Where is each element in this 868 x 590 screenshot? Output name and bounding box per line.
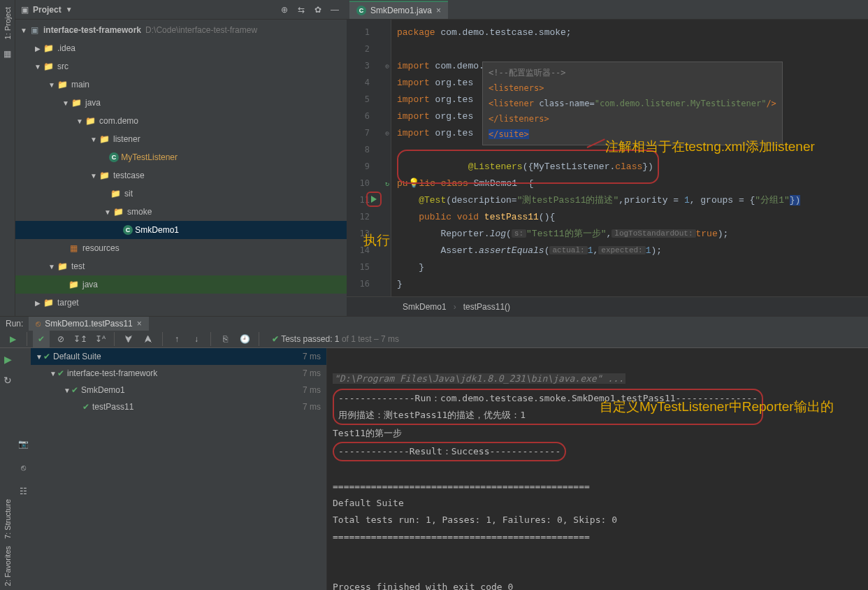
run-tree-test[interactable]: ✔testPass117 ms: [31, 398, 326, 415]
sort-icon[interactable]: ↧↥: [72, 331, 89, 347]
tree-testcase[interactable]: ▼📁testcase: [15, 166, 347, 185]
tree-root-path: D:\Code\interface-test-framew: [145, 25, 257, 35]
tests-passed-label: ✔ Tests passed: 1 of 1 test – 7 ms: [272, 334, 399, 344]
rerun-icon[interactable]: ▶: [4, 331, 21, 347]
minimize-icon[interactable]: —: [328, 5, 341, 15]
tree-root[interactable]: ▼▣ interface-test-framework D:\Code\inte…: [15, 21, 347, 39]
tree-idea[interactable]: ▶📁.idea: [15, 39, 347, 57]
tree-sit[interactable]: 📁sit: [15, 185, 347, 203]
annotation-run: 执行: [363, 232, 390, 250]
class-icon: C: [123, 225, 133, 235]
tree-smkdemo1[interactable]: C SmkDemo1: [15, 221, 347, 239]
run-gutter-icon[interactable]: [366, 192, 382, 207]
locate-icon[interactable]: ⊕: [278, 5, 291, 15]
pass-toggle-icon[interactable]: ✔: [33, 331, 50, 347]
run-header: Run: ⎋ SmkDemo1.testPass11 ×: [0, 317, 868, 331]
annotation-listeners: 注解相当于在testng.xml添加listener: [605, 138, 836, 156]
editor-tabs: C SmkDemo1.java ×: [347, 0, 868, 20]
code-pane[interactable]: package com.demo.testcase.smoke; import …: [391, 20, 868, 296]
class-icon: C: [356, 6, 366, 15]
run-tree: ▼✔Default Suite7 ms ▼✔interface-test-fra…: [31, 348, 327, 590]
expand-icon[interactable]: ⇆: [295, 5, 308, 15]
tab-label: SmkDemo1.java: [370, 6, 432, 15]
tree-smoke[interactable]: ▼📁smoke: [15, 203, 347, 221]
prev-fail-icon[interactable]: ↑: [168, 331, 185, 347]
tree-main[interactable]: ▼📁main: [15, 75, 347, 94]
expand-all-icon[interactable]: ⮟: [120, 331, 137, 347]
structure-tool-label[interactable]: 7: Structure: [3, 499, 12, 539]
run-tree-project[interactable]: ▼✔interface-test-framework7 ms: [31, 365, 326, 382]
tree-test-java[interactable]: 📁java: [15, 275, 347, 294]
tree-pkg[interactable]: ▼📁com.demo: [15, 112, 347, 130]
breadcrumb: SmkDemo1 › testPass11(): [347, 296, 868, 316]
tree-listener[interactable]: ▼📁listener: [15, 130, 347, 148]
left-bottom-rail: 7: Structure 2: Favorites: [0, 391, 15, 590]
run-tab[interactable]: ⎋ SmkDemo1.testPass11 ×: [29, 317, 148, 331]
tool-icon[interactable]: ▦: [3, 49, 11, 59]
editor-gutter: 1 2 3⊕ 4 5 6 7⊕ 8 9 10↻ 11 12 13 14 15 1…: [347, 20, 391, 296]
project-panel: ▣ Project ▼ ⊕ ⇆ ✿ — ▼▣ interface-test-fr…: [15, 0, 347, 316]
run-tree-class[interactable]: ▼✔SmkDemo17 ms: [31, 382, 326, 398]
tree-src[interactable]: ▼📁src: [15, 57, 347, 75]
export-icon[interactable]: ⎘: [217, 331, 233, 347]
close-icon[interactable]: ×: [436, 6, 441, 15]
editor-area: C SmkDemo1.java × 1 2 3⊕ 4 5 6 7⊕ 8 9 10…: [347, 0, 868, 316]
next-fail-icon[interactable]: ↓: [188, 331, 205, 347]
tab-smkdemo1[interactable]: C SmkDemo1.java ×: [349, 1, 448, 19]
project-dropdown-icon[interactable]: ▼: [66, 6, 73, 13]
tree-target[interactable]: ▶📁target: [15, 294, 347, 312]
annotation-console: 自定义MyTestListener中Reporter输出的: [600, 398, 795, 416]
project-tree: ▼▣ interface-test-framework D:\Code\inte…: [15, 20, 347, 316]
console-output[interactable]: "D:\Program Files\Java\jdk1.8.0_231\bin\…: [327, 348, 868, 590]
ignore-toggle-icon[interactable]: ⊘: [52, 331, 69, 347]
run-extra-rail: 📷 ⎋ ☷: [15, 348, 31, 590]
tree-java[interactable]: ▼📁java: [15, 94, 347, 112]
xml-popup: <!--配置监听器--> <listeners> <listener class…: [482, 62, 783, 145]
hierarchy-icon[interactable]: ☷: [20, 487, 27, 496]
tree-root-name: interface-test-framework: [43, 25, 141, 35]
history-icon[interactable]: 🕘: [236, 331, 253, 347]
gear-icon[interactable]: ✿: [312, 5, 324, 15]
collapse-all-icon[interactable]: ⮝: [140, 331, 157, 347]
run-toolbar: ▶ ✔ ⊘ ↧↥ ↧ᴬ ⮟ ⮝ ↑ ↓ ⎘ 🕘 ✔ Tests passed: …: [0, 331, 868, 348]
left-tool-rail: 1: Project ▦: [0, 0, 15, 316]
project-tool-label[interactable]: 1: Project: [3, 7, 12, 39]
rerun-failed-icon[interactable]: ↻: [3, 375, 12, 386]
breadcrumb-class[interactable]: SmkDemo1: [403, 302, 447, 312]
breadcrumb-method[interactable]: testPass11(): [463, 302, 510, 312]
camera-icon[interactable]: 📷: [18, 439, 29, 449]
rerun-icon[interactable]: ▶: [4, 354, 12, 365]
run-label: Run:: [6, 319, 23, 329]
close-icon[interactable]: ×: [137, 319, 142, 329]
project-header: ▣ Project ▼ ⊕ ⇆ ✿ —: [15, 0, 347, 20]
tree-mylistener[interactable]: C MyTestListener: [15, 148, 347, 166]
sort-alpha-icon[interactable]: ↧ᴬ: [92, 331, 108, 347]
project-icon: ▣: [21, 5, 29, 15]
run-tree-suite[interactable]: ▼✔Default Suite7 ms: [31, 348, 326, 365]
exit-icon[interactable]: ⎋: [21, 463, 26, 473]
favorites-tool-label[interactable]: 2: Favorites: [3, 546, 12, 586]
project-title[interactable]: Project: [33, 5, 62, 15]
class-icon: C: [109, 152, 119, 162]
run-panel: Run: ⎋ SmkDemo1.testPass11 × ▶ ✔ ⊘ ↧↥ ↧ᴬ…: [0, 316, 868, 590]
tree-test[interactable]: ▼📁test: [15, 257, 347, 275]
tree-resources[interactable]: ▦resources: [15, 239, 347, 257]
